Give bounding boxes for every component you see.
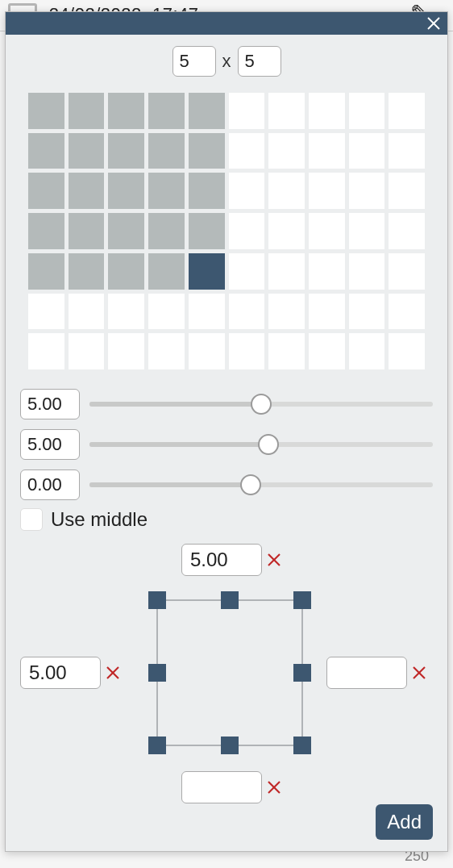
grid-cell[interactable] bbox=[108, 93, 144, 129]
grid-cell[interactable] bbox=[268, 213, 305, 249]
grid-cell[interactable] bbox=[189, 253, 225, 290]
slider-2-track[interactable] bbox=[89, 442, 433, 447]
grid-cell[interactable] bbox=[268, 133, 305, 169]
grid-cell[interactable] bbox=[389, 213, 425, 249]
grid-cell[interactable] bbox=[189, 173, 225, 209]
grid-cell[interactable] bbox=[309, 93, 345, 129]
grid-cell[interactable] bbox=[309, 253, 345, 290]
slider-1-track[interactable] bbox=[89, 402, 433, 407]
grid-cell[interactable] bbox=[389, 133, 425, 169]
grid-cell[interactable] bbox=[189, 93, 225, 129]
bottom-side-input[interactable] bbox=[181, 771, 262, 803]
right-side-input[interactable] bbox=[326, 657, 407, 689]
grid-cell[interactable] bbox=[69, 133, 105, 169]
grid-cell[interactable] bbox=[108, 133, 144, 169]
grid-cell[interactable] bbox=[309, 133, 345, 169]
grid-cell[interactable] bbox=[349, 333, 385, 369]
grid-cell[interactable] bbox=[229, 93, 265, 129]
grid-cell[interactable] bbox=[108, 213, 144, 249]
grid-cell[interactable] bbox=[268, 173, 305, 209]
grid-cell[interactable] bbox=[189, 213, 225, 249]
grid-cell[interactable] bbox=[349, 253, 385, 290]
grid-cell[interactable] bbox=[108, 253, 144, 290]
handle-bottom-mid[interactable] bbox=[221, 737, 239, 754]
grid-cell[interactable] bbox=[28, 173, 64, 209]
grid-cell[interactable] bbox=[229, 333, 265, 369]
grid-cell[interactable] bbox=[189, 133, 225, 169]
top-side-input[interactable] bbox=[181, 544, 262, 576]
grid-cell[interactable] bbox=[28, 294, 64, 330]
left-side-input[interactable] bbox=[20, 657, 101, 689]
slider-2-thumb[interactable] bbox=[258, 434, 279, 455]
grid-cell[interactable] bbox=[309, 333, 345, 369]
top-side-clear-icon[interactable] bbox=[267, 553, 281, 567]
grid-cell[interactable] bbox=[229, 213, 265, 249]
grid-cell[interactable] bbox=[28, 93, 64, 129]
grid-cell[interactable] bbox=[389, 173, 425, 209]
grid-cell[interactable] bbox=[69, 333, 105, 369]
grid-cell[interactable] bbox=[148, 294, 185, 330]
grid-cell[interactable] bbox=[148, 173, 185, 209]
slider-3-track[interactable] bbox=[89, 482, 433, 487]
handle-top-right[interactable] bbox=[293, 591, 311, 609]
grid-cell[interactable] bbox=[69, 213, 105, 249]
grid-cell[interactable] bbox=[389, 253, 425, 290]
grid-cell[interactable] bbox=[69, 93, 105, 129]
grid-cell[interactable] bbox=[28, 133, 64, 169]
left-side-clear-icon[interactable] bbox=[106, 666, 120, 680]
slider-2-value[interactable] bbox=[20, 429, 80, 460]
grid-cell[interactable] bbox=[309, 173, 345, 209]
grid-cell[interactable] bbox=[349, 93, 385, 129]
grid-cell[interactable] bbox=[28, 213, 64, 249]
grid-cell[interactable] bbox=[389, 294, 425, 330]
grid-cell[interactable] bbox=[148, 213, 185, 249]
grid-cell[interactable] bbox=[69, 294, 105, 330]
grid-cell[interactable] bbox=[268, 253, 305, 290]
grid-cell[interactable] bbox=[268, 333, 305, 369]
grid-cell[interactable] bbox=[229, 173, 265, 209]
right-side-clear-icon[interactable] bbox=[412, 666, 426, 680]
add-button[interactable]: Add bbox=[376, 804, 433, 840]
grid-cell[interactable] bbox=[108, 294, 144, 330]
grid-cell[interactable] bbox=[229, 253, 265, 290]
handle-mid-left[interactable] bbox=[148, 664, 166, 682]
grid-cell[interactable] bbox=[69, 253, 105, 290]
grid-cell[interactable] bbox=[148, 133, 185, 169]
handle-bottom-right[interactable] bbox=[293, 737, 311, 754]
grid-cell[interactable] bbox=[148, 333, 185, 369]
grid-cell[interactable] bbox=[309, 213, 345, 249]
handle-top-left[interactable] bbox=[148, 591, 166, 609]
slider-1-thumb[interactable] bbox=[251, 394, 272, 415]
width-input[interactable] bbox=[172, 46, 216, 77]
slider-3-value[interactable] bbox=[20, 469, 80, 500]
grid-cell[interactable] bbox=[189, 294, 225, 330]
grid-cell[interactable] bbox=[349, 173, 385, 209]
bottom-side-clear-icon[interactable] bbox=[267, 780, 281, 795]
use-middle-checkbox[interactable] bbox=[20, 508, 43, 531]
grid-cell[interactable] bbox=[108, 333, 144, 369]
grid-cell[interactable] bbox=[148, 253, 185, 290]
grid-cell[interactable] bbox=[28, 333, 64, 369]
handle-mid-right[interactable] bbox=[293, 664, 311, 682]
grid-cell[interactable] bbox=[108, 173, 144, 209]
grid-cell[interactable] bbox=[148, 93, 185, 129]
handle-top-mid[interactable] bbox=[221, 591, 239, 609]
grid-cell[interactable] bbox=[229, 294, 265, 330]
height-input[interactable] bbox=[238, 46, 281, 77]
grid-cell[interactable] bbox=[268, 93, 305, 129]
shape-rectangle[interactable] bbox=[141, 584, 318, 762]
grid-cell[interactable] bbox=[229, 133, 265, 169]
close-icon[interactable] bbox=[426, 16, 441, 31]
grid-cell[interactable] bbox=[189, 333, 225, 369]
grid-cell[interactable] bbox=[28, 253, 64, 290]
grid-cell[interactable] bbox=[69, 173, 105, 209]
grid-cell[interactable] bbox=[389, 333, 425, 369]
grid-cell[interactable] bbox=[309, 294, 345, 330]
grid-size-picker[interactable] bbox=[28, 93, 425, 369]
grid-cell[interactable] bbox=[349, 294, 385, 330]
slider-3-thumb[interactable] bbox=[240, 474, 261, 495]
slider-1-value[interactable] bbox=[20, 389, 80, 419]
grid-cell[interactable] bbox=[349, 133, 385, 169]
grid-cell[interactable] bbox=[268, 294, 305, 330]
grid-cell[interactable] bbox=[349, 213, 385, 249]
